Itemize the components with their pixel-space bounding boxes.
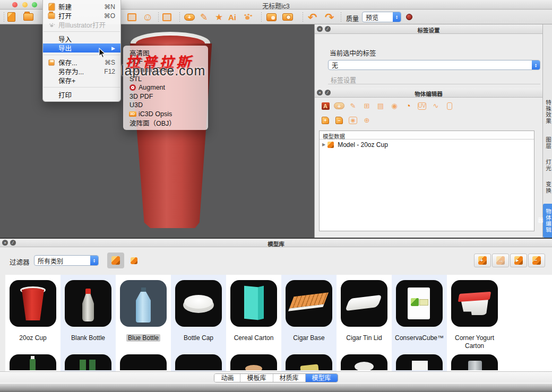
thumbnail-partial[interactable] xyxy=(120,354,167,370)
thumbnail-blank-bottle[interactable] xyxy=(65,280,111,327)
model-tree-item[interactable]: ▶ Model - 20oz Cup xyxy=(320,140,534,150)
add-model-button[interactable]: + xyxy=(474,254,491,267)
redo-button[interactable]: ↷ xyxy=(325,11,334,23)
thumbnail-partial[interactable] xyxy=(286,354,332,370)
selection-frame-button[interactable] xyxy=(162,11,171,23)
library-cell[interactable]: Cigar Tin Lid xyxy=(337,275,392,372)
library-cell[interactable]: Corner Yogurt Carton xyxy=(447,275,502,372)
uv-map-button[interactable]: UV xyxy=(417,101,427,110)
record-button[interactable] xyxy=(406,14,412,20)
thumbnail-partial[interactable] xyxy=(65,354,111,370)
view-groups-toggle[interactable] xyxy=(127,255,140,266)
remove-model-button[interactable]: – xyxy=(528,254,545,267)
thumbnail-partial[interactable] xyxy=(230,354,277,370)
curve-button[interactable]: ∿ xyxy=(430,101,441,110)
layers-button[interactable]: ▤ xyxy=(375,101,386,110)
add-box-button[interactable]: ⊞ xyxy=(361,101,372,110)
image-button[interactable] xyxy=(266,11,277,23)
material-sphere-button[interactable]: ◔ xyxy=(403,101,413,110)
library-cell[interactable]: Cigar Base xyxy=(281,275,337,372)
menu-item-new[interactable]: 新建 ⌘N xyxy=(43,2,120,11)
quality-select[interactable]: 预览 ▲▼ xyxy=(362,12,401,22)
menu-item-save-plus[interactable]: 保存+ xyxy=(43,76,120,85)
thumbnail-bottle-cap[interactable] xyxy=(175,280,222,327)
thumbnail-cereal-carton[interactable] xyxy=(230,280,277,327)
label-edit-button[interactable]: A xyxy=(320,101,331,110)
library-grid-spacer xyxy=(502,275,552,372)
menu-item-print[interactable]: 打印 xyxy=(43,90,120,99)
add-label-button[interactable]: + xyxy=(184,11,195,23)
menu-item-save-as[interactable]: 另存为... F12 xyxy=(43,67,120,76)
scene-view-button[interactable] xyxy=(127,11,136,23)
carton-side-shape xyxy=(258,286,264,320)
edit-button[interactable]: ✎ xyxy=(348,101,358,110)
thumbnail-partial[interactable] xyxy=(175,354,222,370)
library-cell-selected[interactable]: Blue Bottle xyxy=(116,275,171,372)
thumbnail-blue-bottle[interactable] xyxy=(120,280,167,327)
spheres-button[interactable]: ◉ xyxy=(389,101,400,110)
side-tab-transform[interactable]: 变换 xyxy=(543,181,552,194)
undo-button[interactable]: ↶ xyxy=(308,11,317,23)
library-cell[interactable]: ConservaCube™ xyxy=(392,275,447,372)
view-models-toggle[interactable] xyxy=(107,252,124,268)
menu-item-export[interactable]: 导出 ▶ xyxy=(43,43,120,53)
side-tab-object-editor[interactable]: 物体编辑器 xyxy=(543,204,552,238)
menu-item-import[interactable]: 导入 xyxy=(43,34,120,43)
submenu-arrow-icon: ▶ xyxy=(111,46,115,51)
visibility-button[interactable]: ◉ xyxy=(348,116,358,125)
pin-button[interactable]: ⊕ xyxy=(361,116,372,125)
menu-item-open[interactable]: 打开 ⌘O xyxy=(43,11,120,20)
submenu-item-augment[interactable]: Augment xyxy=(123,83,208,92)
effects-button[interactable]: ★ xyxy=(215,11,223,23)
thumbnail-cigar-base[interactable] xyxy=(286,280,332,327)
model-tree-item-label: Model - 20oz Cup xyxy=(338,141,388,149)
side-tab-special-effects[interactable]: 特殊效果 xyxy=(543,100,552,124)
thumbnail-partial[interactable] xyxy=(341,354,387,370)
side-tab-strip: 特殊效果 图层 灯光 变换 物体编辑器 xyxy=(542,24,552,238)
remove-group-button[interactable]: – xyxy=(334,116,344,125)
submenu-item-u3d[interactable]: U3D xyxy=(123,101,208,110)
snapshot-button[interactable] xyxy=(282,11,293,23)
side-tab-lights[interactable]: 灯光 xyxy=(543,159,552,171)
environment-button[interactable]: ☺ xyxy=(142,11,153,23)
bottom-tab-bar: 动画 模板库 材质库 模型库 xyxy=(0,371,552,383)
thumbnail-conservacube[interactable] xyxy=(396,280,443,327)
tag-button[interactable]: + xyxy=(334,101,344,110)
thumbnail-corner-yogurt-carton[interactable] xyxy=(451,280,498,327)
submenu-item-ic3d-opsis[interactable]: 3D iC3D Opsis xyxy=(123,110,208,119)
model-cube-icon xyxy=(327,142,334,148)
filter-select[interactable]: 所有类别 ▲▼ xyxy=(34,255,99,266)
hint-shape xyxy=(412,361,428,370)
thumbnail-cigar-tin-lid[interactable] xyxy=(341,280,387,327)
thumbnail-20oz-cup[interactable] xyxy=(10,280,56,327)
import-model-button[interactable]: → xyxy=(492,254,509,267)
delete-button[interactable] xyxy=(444,101,455,110)
undo-arrow-icon: ↶ xyxy=(308,12,317,23)
menu-item-save[interactable]: 保存... ⌘S xyxy=(43,58,120,67)
item-label: Cereal Carton xyxy=(226,334,281,350)
paw-tool-button[interactable] xyxy=(243,11,252,23)
submenu-item-obj[interactable]: 波阵面（OBJ） xyxy=(123,118,208,127)
thumbnail-partial[interactable] xyxy=(396,354,443,370)
export-model-button[interactable]: ▸ xyxy=(510,254,527,267)
current-label-select[interactable]: 无 ▲▼ xyxy=(328,60,540,70)
disclosure-triangle-icon[interactable]: ▶ xyxy=(322,142,325,147)
tab-material-library[interactable]: 材质库 xyxy=(273,374,306,382)
tab-template-library[interactable]: 模板库 xyxy=(240,374,273,382)
add-group-button[interactable]: + xyxy=(320,116,331,125)
tab-model-library[interactable]: 模型库 xyxy=(306,374,338,382)
submenu-item-3d-pdf[interactable]: 3D PDF xyxy=(123,92,208,101)
illustrator-button[interactable]: Ai xyxy=(228,11,236,23)
library-cell[interactable]: Cereal Carton xyxy=(226,275,281,372)
draw-shape-button[interactable]: ✎ xyxy=(200,11,208,23)
library-cell[interactable]: Bottle Cap xyxy=(171,275,226,372)
new-file-button[interactable] xyxy=(7,11,15,23)
side-tab-layers[interactable]: 图层 xyxy=(543,137,552,149)
library-cell[interactable]: 20oz Cup xyxy=(5,275,61,372)
thumbnail-partial[interactable] xyxy=(10,354,56,370)
stack-icon: ▤ xyxy=(377,102,384,110)
open-file-button[interactable] xyxy=(23,11,33,23)
library-cell[interactable]: Blank Bottle xyxy=(61,275,116,372)
tab-animation[interactable]: 动画 xyxy=(214,374,240,382)
thumbnail-partial[interactable] xyxy=(451,354,498,370)
